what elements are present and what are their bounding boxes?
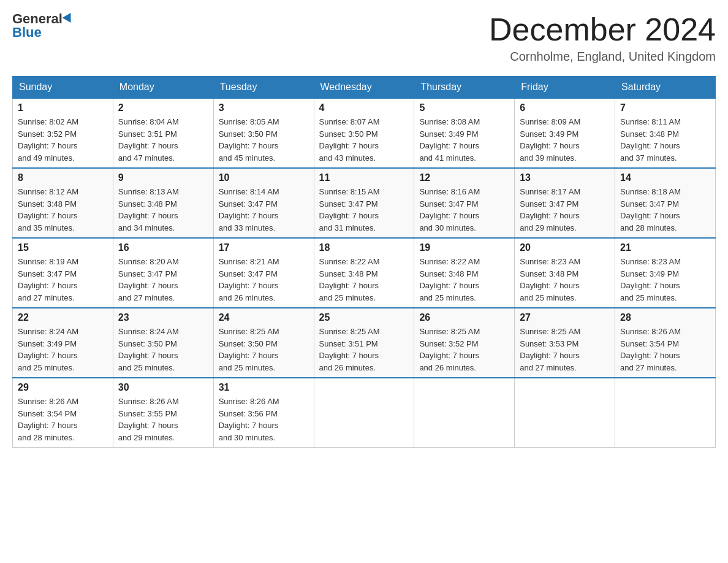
day-info: Sunrise: 8:04 AMSunset: 3:51 PMDaylight:… [118, 116, 208, 164]
day-number: 31 [219, 382, 309, 393]
title-block: December 2024 Cornholme, England, United… [489, 12, 716, 64]
day-info: Sunrise: 8:15 AMSunset: 3:47 PMDaylight:… [319, 186, 409, 234]
day-info: Sunrise: 8:25 AMSunset: 3:53 PMDaylight:… [520, 326, 610, 373]
day-number: 4 [319, 102, 409, 113]
logo-triangle-icon [63, 13, 75, 25]
calendar-cell [414, 378, 515, 448]
day-info: Sunrise: 8:24 AMSunset: 3:50 PMDaylight:… [118, 326, 208, 373]
day-info: Sunrise: 8:19 AMSunset: 3:47 PMDaylight:… [18, 256, 108, 304]
day-info: Sunrise: 8:16 AMSunset: 3:47 PMDaylight:… [419, 186, 509, 234]
calendar-cell: 10Sunrise: 8:14 AMSunset: 3:47 PMDayligh… [213, 168, 314, 238]
calendar-cell: 31Sunrise: 8:26 AMSunset: 3:56 PMDayligh… [213, 378, 314, 448]
week-row-3: 15Sunrise: 8:19 AMSunset: 3:47 PMDayligh… [13, 238, 716, 308]
calendar-cell: 1Sunrise: 8:02 AMSunset: 3:52 PMDaylight… [13, 98, 113, 168]
day-number: 14 [620, 172, 710, 183]
day-number: 19 [419, 242, 509, 253]
calendar-cell: 15Sunrise: 8:19 AMSunset: 3:47 PMDayligh… [13, 238, 113, 308]
calendar-cell: 20Sunrise: 8:23 AMSunset: 3:48 PMDayligh… [515, 238, 615, 308]
header-friday: Friday [515, 77, 615, 99]
calendar-cell: 11Sunrise: 8:15 AMSunset: 3:47 PMDayligh… [314, 168, 414, 238]
week-row-4: 22Sunrise: 8:24 AMSunset: 3:49 PMDayligh… [13, 308, 716, 378]
day-number: 24 [219, 312, 309, 323]
page-header: General Blue December 2024 Cornholme, En… [12, 12, 716, 64]
logo: General Blue [12, 12, 74, 39]
calendar-cell: 5Sunrise: 8:08 AMSunset: 3:49 PMDaylight… [414, 98, 515, 168]
header-monday: Monday [113, 77, 213, 99]
day-number: 28 [620, 312, 710, 323]
header-tuesday: Tuesday [213, 77, 314, 99]
calendar-cell: 12Sunrise: 8:16 AMSunset: 3:47 PMDayligh… [414, 168, 515, 238]
day-info: Sunrise: 8:05 AMSunset: 3:50 PMDaylight:… [219, 116, 309, 164]
day-number: 13 [520, 172, 610, 183]
day-info: Sunrise: 8:14 AMSunset: 3:47 PMDaylight:… [219, 186, 309, 234]
day-info: Sunrise: 8:24 AMSunset: 3:49 PMDaylight:… [18, 326, 108, 373]
day-number: 17 [219, 242, 309, 253]
day-info: Sunrise: 8:22 AMSunset: 3:48 PMDaylight:… [319, 256, 409, 304]
calendar-cell [314, 378, 414, 448]
day-info: Sunrise: 8:07 AMSunset: 3:50 PMDaylight:… [319, 116, 409, 164]
header-thursday: Thursday [414, 77, 515, 99]
calendar-cell [515, 378, 615, 448]
calendar-cell: 21Sunrise: 8:23 AMSunset: 3:49 PMDayligh… [615, 238, 716, 308]
calendar-cell: 22Sunrise: 8:24 AMSunset: 3:49 PMDayligh… [13, 308, 113, 378]
day-info: Sunrise: 8:17 AMSunset: 3:47 PMDaylight:… [520, 186, 610, 234]
logo-general-text: General [12, 12, 63, 26]
calendar-cell: 8Sunrise: 8:12 AMSunset: 3:48 PMDaylight… [13, 168, 113, 238]
day-number: 10 [219, 172, 309, 183]
day-info: Sunrise: 8:25 AMSunset: 3:52 PMDaylight:… [419, 326, 509, 373]
day-number: 9 [118, 172, 208, 183]
week-row-2: 8Sunrise: 8:12 AMSunset: 3:48 PMDaylight… [13, 168, 716, 238]
day-info: Sunrise: 8:02 AMSunset: 3:52 PMDaylight:… [18, 116, 108, 164]
calendar-cell: 24Sunrise: 8:25 AMSunset: 3:50 PMDayligh… [213, 308, 314, 378]
day-number: 6 [520, 102, 610, 113]
calendar-cell: 17Sunrise: 8:21 AMSunset: 3:47 PMDayligh… [213, 238, 314, 308]
calendar-cell: 4Sunrise: 8:07 AMSunset: 3:50 PMDaylight… [314, 98, 414, 168]
header-wednesday: Wednesday [314, 77, 414, 99]
calendar-cell: 16Sunrise: 8:20 AMSunset: 3:47 PMDayligh… [113, 238, 213, 308]
week-row-1: 1Sunrise: 8:02 AMSunset: 3:52 PMDaylight… [13, 98, 716, 168]
day-number: 16 [118, 242, 208, 253]
calendar-cell: 28Sunrise: 8:26 AMSunset: 3:54 PMDayligh… [615, 308, 716, 378]
day-info: Sunrise: 8:26 AMSunset: 3:56 PMDaylight:… [219, 396, 309, 443]
day-info: Sunrise: 8:08 AMSunset: 3:49 PMDaylight:… [419, 116, 509, 164]
day-number: 2 [118, 102, 208, 113]
day-number: 20 [520, 242, 610, 253]
header-sunday: Sunday [13, 77, 113, 99]
calendar-cell: 29Sunrise: 8:26 AMSunset: 3:54 PMDayligh… [13, 378, 113, 448]
day-number: 23 [118, 312, 208, 323]
day-info: Sunrise: 8:18 AMSunset: 3:47 PMDaylight:… [620, 186, 710, 234]
day-number: 27 [520, 312, 610, 323]
day-info: Sunrise: 8:25 AMSunset: 3:51 PMDaylight:… [319, 326, 409, 373]
day-info: Sunrise: 8:13 AMSunset: 3:48 PMDaylight:… [118, 186, 208, 234]
week-row-5: 29Sunrise: 8:26 AMSunset: 3:54 PMDayligh… [13, 378, 716, 448]
calendar-cell: 18Sunrise: 8:22 AMSunset: 3:48 PMDayligh… [314, 238, 414, 308]
day-info: Sunrise: 8:11 AMSunset: 3:48 PMDaylight:… [620, 116, 710, 164]
location-subtitle: Cornholme, England, United Kingdom [489, 50, 716, 64]
day-info: Sunrise: 8:26 AMSunset: 3:54 PMDaylight:… [620, 326, 710, 373]
calendar-cell: 27Sunrise: 8:25 AMSunset: 3:53 PMDayligh… [515, 308, 615, 378]
day-number: 25 [319, 312, 409, 323]
logo-blue-text: Blue [12, 26, 42, 39]
day-info: Sunrise: 8:22 AMSunset: 3:48 PMDaylight:… [419, 256, 509, 304]
day-number: 7 [620, 102, 710, 113]
day-number: 22 [18, 312, 108, 323]
day-number: 11 [319, 172, 409, 183]
day-info: Sunrise: 8:26 AMSunset: 3:54 PMDaylight:… [18, 396, 108, 443]
calendar-cell: 25Sunrise: 8:25 AMSunset: 3:51 PMDayligh… [314, 308, 414, 378]
day-number: 3 [219, 102, 309, 113]
calendar-cell: 19Sunrise: 8:22 AMSunset: 3:48 PMDayligh… [414, 238, 515, 308]
day-info: Sunrise: 8:20 AMSunset: 3:47 PMDaylight:… [118, 256, 208, 304]
day-number: 12 [419, 172, 509, 183]
calendar-cell: 3Sunrise: 8:05 AMSunset: 3:50 PMDaylight… [213, 98, 314, 168]
day-info: Sunrise: 8:09 AMSunset: 3:49 PMDaylight:… [520, 116, 610, 164]
calendar-cell: 14Sunrise: 8:18 AMSunset: 3:47 PMDayligh… [615, 168, 716, 238]
header-saturday: Saturday [615, 77, 716, 99]
day-info: Sunrise: 8:21 AMSunset: 3:47 PMDaylight:… [219, 256, 309, 304]
day-info: Sunrise: 8:26 AMSunset: 3:55 PMDaylight:… [118, 396, 208, 443]
calendar-cell: 7Sunrise: 8:11 AMSunset: 3:48 PMDaylight… [615, 98, 716, 168]
day-number: 30 [118, 382, 208, 393]
month-title: December 2024 [489, 12, 716, 47]
calendar-table: Sunday Monday Tuesday Wednesday Thursday… [12, 76, 716, 448]
day-number: 18 [319, 242, 409, 253]
calendar-cell: 13Sunrise: 8:17 AMSunset: 3:47 PMDayligh… [515, 168, 615, 238]
